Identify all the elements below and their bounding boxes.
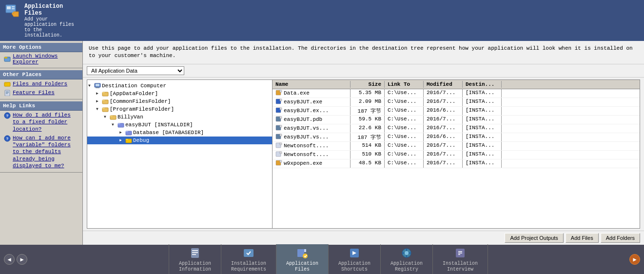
nav-item-application-shortcuts[interactable]: ApplicationShortcuts [329, 244, 381, 274]
sidebar-item-help-variable-folders[interactable]: ? How can I add more "variable" folders … [0, 134, 82, 170]
file-link-cell: C:\Use... [385, 107, 424, 115]
tree-item-dest-computer[interactable]: ▼ Destination Computer [87, 82, 272, 90]
col-header-modified: Modified [424, 81, 463, 88]
nav-forward-button[interactable]: ▶ [17, 254, 27, 265]
nav-label-app-information: ApplicationInformation [179, 261, 211, 273]
nav-label-installation-requirements: InstallationRequirements [231, 261, 266, 273]
feature-files-icon [4, 89, 11, 96]
computer-icon [94, 82, 101, 89]
file-modified-cell: 2016/6... [424, 133, 463, 141]
tree-item-debug[interactable]: ► Debug [87, 137, 272, 144]
file-size-cell: 514 KB [351, 142, 385, 150]
app-data-dropdown[interactable]: All Application Data [87, 66, 184, 75]
sidebar-item-help-fixed-folder[interactable]: ? How do I add files to a fixed folder l… [0, 111, 82, 134]
file-icon [275, 90, 282, 97]
svg-rect-41 [280, 134, 282, 136]
tree-item-program-files-folder[interactable]: ▼ [ProgramFilesFolder] [87, 105, 272, 113]
table-row[interactable]: easyBJUT.pdb 59.5 KB C:\Use... 2016/7...… [273, 116, 640, 124]
file-destin-cell: [INSTA... [463, 98, 502, 106]
table-row[interactable]: easyBJUT.exe 2.09 MB C:\Use... 2016/7...… [273, 98, 640, 107]
billy-van-folder-icon [110, 114, 117, 120]
sidebar: More Options Launch Windows Explorer Oth… [0, 41, 83, 245]
common-files-folder-label: [CommonFilesFolder] [110, 98, 171, 104]
destination-tree: ▼ Destination Computer ► [87, 80, 273, 228]
col-header-name: Name [273, 81, 351, 88]
col-header-size: Size [351, 81, 385, 88]
content-area: Use this page to add your application fi… [83, 41, 644, 245]
billy-van-label: BillyVan [117, 114, 143, 120]
svg-rect-35 [280, 117, 282, 118]
file-link-cell: C:\Use... [385, 133, 424, 141]
file-name-cell: Newtonsoft.... [273, 151, 351, 159]
file-destin-cell: [INSTA... [463, 124, 502, 133]
nav-back-button[interactable]: ◀ [4, 254, 15, 265]
content-description: Use this page to add your application fi… [83, 41, 644, 64]
file-icon [275, 116, 282, 123]
svg-text:?: ? [6, 137, 9, 141]
help-fixed-folder-icon: ? [4, 112, 11, 119]
tree-item-easy-bjut-installdir[interactable]: ▼ easyBJUT [INSTALLDIR] [87, 121, 272, 129]
file-link-cell: C:\Use... [385, 116, 424, 124]
nav-icon-application-registry [400, 246, 413, 260]
tree-item-database-databasedir[interactable]: ► Database [DATABASEDIR] [87, 129, 272, 137]
svg-rect-47 [280, 152, 282, 154]
nav-item-application-registry[interactable]: ApplicationRegistry [381, 244, 433, 274]
other-places-section: Other Places Files and Folders [0, 68, 82, 99]
add-files-button[interactable]: Add Files [566, 233, 599, 243]
file-name-cell: easyBJUT.vs... [273, 133, 351, 141]
nav-item-installation-interview[interactable]: InstallationInterview [433, 244, 488, 274]
table-row[interactable]: Data.exe 5.35 MB C:\Use... 2016/7... [IN… [273, 89, 640, 98]
nav-item-application-files[interactable]: ApplicationFiles [276, 244, 329, 274]
common-files-folder-icon [102, 98, 109, 105]
nav-icon-app-information [188, 246, 202, 260]
file-name-cell: easyBJUT.vs... [273, 124, 351, 133]
other-places-header: Other Places [0, 70, 82, 79]
nav-item-installation-requirements[interactable]: InstallationRequirements [221, 244, 276, 274]
file-modified-cell: 2016/7... [424, 89, 463, 98]
tree-item-app-data-folder[interactable]: ► [AppDataFolder] [87, 90, 272, 98]
nav-label-application-registry: ApplicationRegistry [390, 261, 423, 273]
file-destin-cell: [INSTA... [463, 133, 502, 141]
file-panel: ▼ Destination Computer ► [87, 79, 640, 229]
svg-rect-1 [7, 6, 11, 9]
header-subtitle: Add your application files to the instal… [24, 17, 78, 38]
table-row[interactable]: w9xpopen.exe 48.5 KB C:\Use... 2016/7...… [273, 159, 640, 168]
svg-rect-52 [192, 250, 198, 251]
feature-files-label: Feature Files [13, 90, 55, 96]
sidebar-item-files-and-folders[interactable]: Files and Folders [0, 79, 82, 88]
svg-rect-29 [280, 99, 282, 101]
svg-rect-54 [192, 254, 196, 255]
col-header-destin: Destin... [463, 81, 502, 88]
tree-item-common-files-folder[interactable]: ► [CommonFilesFolder] [87, 98, 272, 105]
file-modified-cell: 2016/7... [424, 159, 463, 168]
svg-rect-15 [96, 87, 99, 88]
file-modified-cell: 2016/7... [424, 151, 463, 159]
nav-item-app-information[interactable]: ApplicationInformation [169, 244, 221, 274]
svg-rect-26 [280, 90, 282, 92]
file-destin-cell: [INSTA... [463, 159, 502, 168]
add-project-outputs-button[interactable]: Add Project Outputs [505, 233, 563, 243]
easy-bjut-installdir-label: easyBJUT [INSTALLDIR] [125, 122, 193, 128]
table-row[interactable]: Newtonsoft.... 510 KB C:\Use... 2016/7..… [273, 151, 640, 159]
file-destin-cell: [INSTA... [463, 151, 502, 159]
tree-item-billy-van[interactable]: ▼ BillyVan [87, 113, 272, 121]
sidebar-item-feature-files[interactable]: Feature Files [0, 88, 82, 97]
table-row[interactable]: easyBJUT.vs... 187 字节 C:\Use... 2016/6..… [273, 133, 640, 142]
svg-rect-8 [5, 90, 10, 96]
file-icon [275, 125, 282, 132]
help-links-section: Help Links ? How do I add files to a fix… [0, 99, 82, 173]
nav-label-installation-interview: InstallationInterview [443, 261, 478, 273]
svg-text:?: ? [6, 114, 9, 118]
file-size-cell: 22.6 KB [351, 124, 385, 133]
svg-rect-14 [96, 84, 99, 86]
nav-next-button[interactable]: ▶ [629, 254, 640, 265]
add-folders-button[interactable]: Add Folders [601, 233, 640, 243]
table-row[interactable]: easyBJUT.vs... 22.6 KB C:\Use... 2016/7.… [273, 124, 640, 133]
table-row[interactable]: Newtonsoft.... 514 KB C:\Use... 2016/7..… [273, 142, 640, 151]
file-icon [275, 142, 282, 150]
table-row[interactable]: easyBJUT.ex... 187 字节 C:\Use... 2016/6..… [273, 107, 640, 116]
more-options-section: More Options Launch Windows Explorer [0, 41, 82, 68]
sidebar-item-launch-windows-explorer[interactable]: Launch Windows Explorer [0, 52, 82, 66]
svg-rect-53 [192, 252, 198, 253]
svg-rect-7 [4, 82, 7, 83]
